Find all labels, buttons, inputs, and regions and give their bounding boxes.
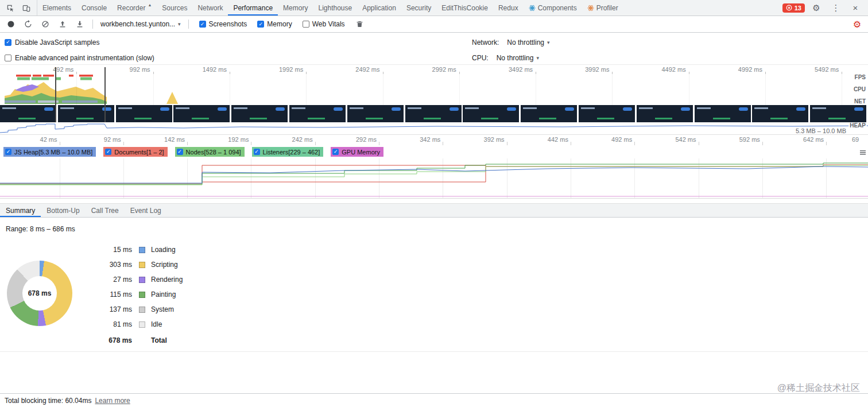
- window-left-handle[interactable]: [55, 67, 56, 122]
- device-toolbar-button[interactable]: [18, 1, 34, 15]
- memory-counters-graph: [0, 158, 868, 199]
- chevron-down-icon: ▾: [547, 40, 550, 45]
- filmstrip-thumbnail[interactable]: [0, 105, 56, 122]
- tab-summary[interactable]: Summary: [0, 204, 41, 217]
- tab-network[interactable]: Network: [192, 0, 228, 15]
- counter-gpu-memory[interactable]: GPU Memory: [331, 147, 383, 157]
- counter-nodes[interactable]: Nodes[528 – 1 094]: [175, 147, 245, 157]
- tab-memory[interactable]: Memory: [278, 0, 313, 15]
- tab-profiler[interactable]: Profiler: [582, 0, 623, 15]
- checkbox[interactable]: [5, 39, 11, 46]
- filmstrip-thumbnail[interactable]: [347, 105, 404, 122]
- tab-components[interactable]: Components: [524, 0, 582, 15]
- window-right-handle[interactable]: [104, 67, 106, 122]
- counter-label: JS Heap[5.3 MB – 10.0 MB]: [14, 149, 92, 156]
- tab-event-log[interactable]: Event Log: [125, 204, 167, 217]
- tab-call-tree[interactable]: Call Tree: [86, 204, 125, 217]
- heap-range-label: 5.3 MB – 10.0 MB: [795, 127, 847, 134]
- detail-tabs: SummaryBottom-UpCall TreeEvent Log: [0, 203, 868, 218]
- checkbox[interactable]: [257, 21, 264, 28]
- settings-gear-icon[interactable]: ⚙: [808, 1, 824, 15]
- tab-recorder[interactable]: Recorder▲: [112, 0, 157, 15]
- filmstrip-thumbnail[interactable]: [405, 105, 462, 122]
- target-select[interactable]: workbench.test.yunton... ▾: [98, 20, 183, 28]
- more-options-button[interactable]: ⋮: [828, 1, 844, 15]
- ruler-label: 42 ms: [15, 136, 57, 143]
- filmstrip-thumbnail[interactable]: [695, 105, 751, 122]
- learn-more-link[interactable]: Learn more: [95, 397, 130, 405]
- error-badge[interactable]: 13: [782, 3, 805, 13]
- checkbox[interactable]: [177, 149, 183, 155]
- counter-listeners[interactable]: Listeners[229 – 462]: [252, 147, 324, 157]
- legend-row: 15 msLoading: [94, 242, 183, 257]
- counter-js-heap[interactable]: JS Heap[5.3 MB – 10.0 MB]: [3, 147, 96, 157]
- overflow-menu-icon[interactable]: [860, 149, 866, 157]
- tab-editthiscookie[interactable]: EditThisCookie: [436, 0, 493, 15]
- setting-label: Disable JavaScript samples: [15, 38, 99, 46]
- filmstrip-thumbnail[interactable]: [231, 105, 288, 122]
- checkbox[interactable]: [5, 55, 11, 61]
- filmstrip-thumbnail[interactable]: [810, 105, 866, 122]
- tab-lighthouse[interactable]: Lighthouse: [313, 0, 357, 15]
- inspect-element-button[interactable]: [2, 1, 18, 15]
- separator: [188, 20, 189, 29]
- toggle-memory[interactable]: Memory: [257, 20, 292, 28]
- legend-swatch: [139, 262, 145, 268]
- filmstrip-thumbnail[interactable]: [58, 105, 114, 122]
- legend-swatch: [139, 321, 145, 328]
- checkbox[interactable]: [199, 21, 206, 28]
- filmstrip-thumbnail[interactable]: [116, 105, 172, 122]
- summary-donut: 678 ms: [7, 261, 72, 326]
- checkbox[interactable]: [332, 149, 339, 155]
- save-profile-button[interactable]: [72, 17, 87, 31]
- memory-chart[interactable]: [0, 158, 868, 199]
- capture-settings-button[interactable]: ⚙: [850, 17, 865, 31]
- error-icon: [786, 5, 792, 11]
- ruler-label: 5492 ms: [799, 66, 839, 73]
- counter-label: Documents[1 – 2]: [114, 149, 164, 156]
- tab-security[interactable]: Security: [401, 0, 436, 15]
- filmstrip-thumbnail[interactable]: [289, 105, 346, 122]
- ruler-label: 292 ms: [334, 136, 377, 143]
- capture-settings: Disable JavaScript samplesEnable advance…: [0, 33, 868, 64]
- tab-bottom-up[interactable]: Bottom-Up: [41, 204, 85, 217]
- tab-performance[interactable]: Performance: [228, 0, 278, 15]
- filmstrip-thumbnail[interactable]: [579, 105, 635, 122]
- ruler-label: 992 ms: [110, 66, 150, 73]
- filmstrip-thumbnail[interactable]: [521, 105, 577, 122]
- tab-label: Redux: [498, 4, 518, 12]
- checkbox[interactable]: [254, 149, 260, 155]
- tabbar-left-icons: [0, 0, 37, 15]
- beta-badge: ▲: [148, 3, 152, 7]
- close-button[interactable]: ×: [847, 1, 863, 15]
- garbage-collect-button[interactable]: [352, 17, 367, 31]
- legend-time: 303 ms: [94, 261, 132, 269]
- timeline-overview[interactable]: HEAP 5.3 MB – 10.0 MB 492 ms992 ms1492 m…: [0, 64, 868, 135]
- tab-application[interactable]: Application: [357, 0, 401, 15]
- tab-sources[interactable]: Sources: [157, 0, 192, 15]
- heap-overview-line: [0, 124, 868, 133]
- tab-redux[interactable]: Redux: [493, 0, 524, 15]
- checkbox[interactable]: [303, 21, 309, 28]
- filmstrip-thumbnail[interactable]: [463, 105, 519, 122]
- toggle-web-vitals[interactable]: Web Vitals: [303, 20, 345, 28]
- filmstrip-thumbnail[interactable]: [173, 105, 230, 122]
- setting-enable-advanced-paint[interactable]: Enable advanced paint instrumentation (s…: [5, 50, 154, 65]
- tab-console[interactable]: Console: [76, 0, 112, 15]
- tab-elements[interactable]: Elements: [37, 0, 76, 15]
- reload-and-record-button[interactable]: [21, 17, 36, 31]
- counter-documents[interactable]: Documents[1 – 2]: [103, 147, 167, 157]
- donut-total: 678 ms: [28, 289, 52, 297]
- setting-disable-javascript-samples[interactable]: Disable JavaScript samples: [5, 34, 154, 50]
- toggle-screenshots[interactable]: Screenshots: [199, 20, 247, 28]
- checkbox[interactable]: [105, 149, 111, 155]
- watermark: @稀土掘金技术社区: [777, 382, 860, 394]
- filmstrip-thumbnail[interactable]: [752, 105, 808, 122]
- checkbox[interactable]: [5, 149, 11, 155]
- network-throttling-select[interactable]: No throttling ▾: [505, 38, 552, 46]
- record-button[interactable]: [3, 17, 18, 31]
- cpu-throttling-select[interactable]: No throttling ▾: [494, 54, 541, 62]
- clear-button[interactable]: [38, 17, 53, 31]
- load-profile-button[interactable]: [55, 17, 70, 31]
- filmstrip-thumbnail[interactable]: [637, 105, 693, 122]
